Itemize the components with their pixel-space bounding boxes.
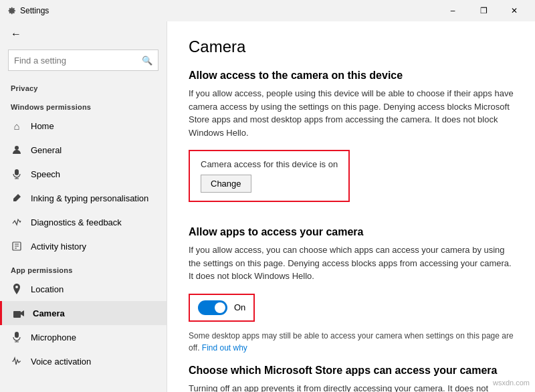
- sidebar-label-location: Location: [31, 284, 156, 294]
- sidebar-label-camera: Camera: [33, 308, 156, 318]
- toggle-on-label: On: [234, 302, 245, 312]
- change-button[interactable]: Change: [201, 175, 251, 193]
- minimize-button[interactable]: –: [437, 0, 468, 21]
- app-body: ← 🔍 Privacy Windows permissions ⌂ Home G…: [0, 21, 535, 392]
- svg-rect-1: [15, 169, 19, 175]
- sidebar-item-general[interactable]: General: [0, 138, 167, 162]
- back-button[interactable]: ←: [0, 21, 167, 47]
- voice-activation-icon: [11, 355, 23, 367]
- section3-description: Turning off an app prevents it from dire…: [189, 382, 514, 393]
- title-bar-controls: – ❐ ✕: [437, 0, 530, 21]
- watermark: wsxdn.com: [493, 379, 530, 387]
- svg-marker-7: [21, 310, 24, 316]
- sidebar-item-voice-activation[interactable]: Voice activation: [0, 349, 167, 373]
- page-title: Camera: [189, 37, 514, 56]
- sidebar-label-diagnostics: Diagnostics & feedback: [31, 217, 156, 227]
- general-icon: [11, 144, 23, 156]
- privacy-section-label: Privacy: [0, 76, 167, 95]
- diagnostics-icon: [11, 216, 23, 228]
- camera-access-box: Camera access for this device is on Chan…: [189, 150, 350, 202]
- windows-permissions-label: Windows permissions: [0, 95, 167, 114]
- sidebar-label-inking: Inking & typing personalisation: [31, 193, 156, 203]
- sidebar: ← 🔍 Privacy Windows permissions ⌂ Home G…: [0, 21, 167, 392]
- svg-rect-6: [13, 311, 21, 318]
- sidebar-label-speech: Speech: [31, 169, 156, 179]
- toggle-note: Some desktop apps may still be able to a…: [189, 330, 514, 354]
- find-out-why-link[interactable]: Find out why: [202, 343, 247, 353]
- title-bar: Settings – ❐ ✕: [0, 0, 535, 21]
- section1-description: If you allow access, people using this d…: [189, 87, 514, 139]
- maximize-button[interactable]: ❐: [468, 0, 499, 21]
- close-button[interactable]: ✕: [499, 0, 530, 21]
- section1-heading: Allow access to the camera on this devic…: [189, 70, 514, 82]
- back-arrow-icon: ←: [11, 28, 21, 40]
- svg-point-0: [15, 146, 19, 150]
- sidebar-item-location[interactable]: Location: [0, 277, 167, 301]
- apps-camera-toggle[interactable]: [198, 300, 227, 315]
- sidebar-item-activity[interactable]: Activity history: [0, 234, 167, 258]
- search-icon: 🔍: [142, 56, 152, 66]
- inking-icon: [11, 192, 23, 204]
- settings-icon: [5, 5, 16, 16]
- sidebar-item-speech[interactable]: Speech: [0, 162, 167, 186]
- section2-heading: Allow apps to access your camera: [189, 226, 514, 238]
- svg-rect-8: [15, 332, 19, 338]
- sidebar-label-general: General: [31, 145, 156, 155]
- search-input[interactable]: [14, 56, 142, 66]
- sidebar-item-home[interactable]: ⌂ Home: [0, 114, 167, 138]
- camera-status-text: Camera access for this device is on: [201, 159, 338, 169]
- title-bar-label: Settings: [20, 6, 437, 15]
- sidebar-label-home: Home: [31, 121, 156, 131]
- section3-heading: Choose which Microsoft Store apps can ac…: [189, 365, 514, 377]
- sidebar-item-diagnostics[interactable]: Diagnostics & feedback: [0, 210, 167, 234]
- app-permissions-label: App permissions: [0, 258, 167, 277]
- sidebar-label-microphone: Microphone: [31, 332, 156, 342]
- sidebar-item-camera[interactable]: Camera: [0, 301, 167, 325]
- camera-icon: [13, 307, 25, 319]
- home-icon: ⌂: [11, 120, 23, 132]
- sidebar-item-microphone[interactable]: Microphone: [0, 325, 167, 349]
- sidebar-item-inking[interactable]: Inking & typing personalisation: [0, 186, 167, 210]
- speech-icon: [11, 168, 23, 180]
- sidebar-label-voice-activation: Voice activation: [31, 357, 156, 367]
- activity-icon: [11, 240, 23, 252]
- toggle-apps-camera-box: On: [189, 294, 255, 322]
- sidebar-label-activity: Activity history: [31, 241, 156, 252]
- main-content: Camera Allow access to the camera on thi…: [167, 21, 535, 392]
- microphone-icon: [11, 331, 23, 343]
- location-icon: [11, 283, 23, 295]
- search-box[interactable]: 🔍: [8, 50, 158, 71]
- section2-description: If you allow access, you can choose whic…: [189, 243, 514, 283]
